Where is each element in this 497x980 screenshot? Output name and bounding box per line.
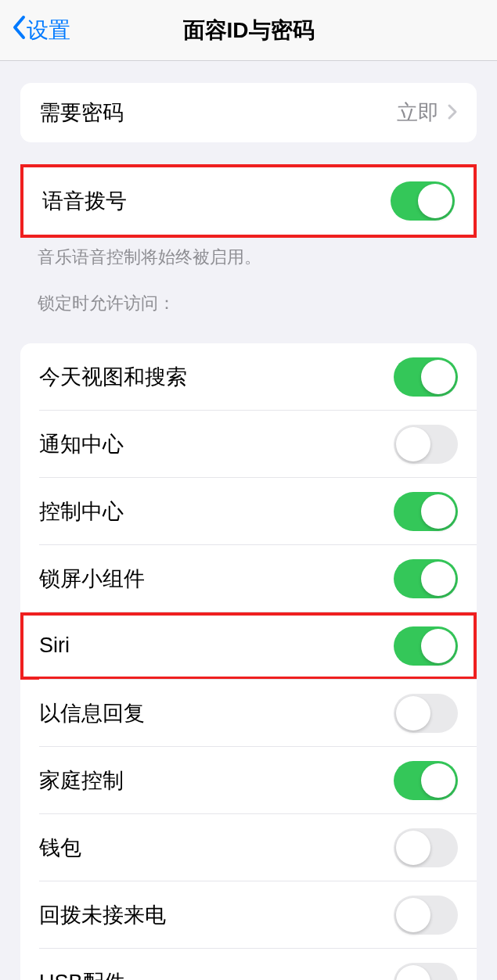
lock-access-toggle[interactable] <box>394 963 458 980</box>
nav-bar: 设置 面容ID与密码 <box>0 0 497 61</box>
lock-access-label: Siri <box>39 634 70 658</box>
lock-access-toggle[interactable] <box>394 828 458 867</box>
lock-access-cell: 控制中心 <box>20 478 477 545</box>
lock-access-group: 今天视图和搜索通知中心控制中心锁屏小组件Siri以信息回复家庭控制钱包回拨未接来… <box>20 343 477 980</box>
settings-content: 需要密码 立即 语音拨号 音乐语音控制将始终被启用。 锁定时允许访问： 今天视图… <box>0 83 497 980</box>
back-button[interactable]: 设置 <box>11 15 70 46</box>
lock-access-cell: 以信息回复 <box>20 680 477 747</box>
back-label: 设置 <box>27 16 70 45</box>
require-passcode-cell[interactable]: 需要密码 立即 <box>20 83 477 142</box>
lock-access-cell: 通知中心 <box>20 411 477 478</box>
require-passcode-value: 立即 <box>397 99 439 127</box>
lock-access-label: 今天视图和搜索 <box>39 363 187 391</box>
require-passcode-label: 需要密码 <box>39 99 124 127</box>
voice-dial-label: 语音拨号 <box>42 187 127 215</box>
lock-access-cell: 今天视图和搜索 <box>20 343 477 411</box>
lock-access-toggle[interactable] <box>394 896 458 935</box>
lock-access-label: 通知中心 <box>39 430 124 458</box>
lock-access-toggle[interactable] <box>394 761 458 800</box>
voice-dial-group: 语音拨号 <box>20 164 477 238</box>
lock-access-toggle[interactable] <box>394 357 458 397</box>
page-title: 面容ID与密码 <box>183 16 315 45</box>
lock-access-cell: USB配件 <box>20 949 477 980</box>
lock-access-label: 回拨未接来电 <box>39 901 166 929</box>
lock-access-header: 锁定时允许访问： <box>0 270 497 321</box>
lock-access-cell: Siri <box>20 612 477 680</box>
lock-access-cell: 锁屏小组件 <box>20 545 477 612</box>
lock-access-toggle[interactable] <box>394 559 458 598</box>
voice-dial-cell: 语音拨号 <box>23 167 474 235</box>
require-passcode-group: 需要密码 立即 <box>20 83 477 142</box>
lock-access-toggle[interactable] <box>394 694 458 733</box>
lock-access-toggle[interactable] <box>394 425 458 464</box>
lock-access-label: USB配件 <box>39 968 125 980</box>
lock-access-cell: 回拨未接来电 <box>20 881 477 949</box>
lock-access-label: 家庭控制 <box>39 766 124 795</box>
chevron-left-icon <box>11 15 27 46</box>
lock-access-toggle[interactable] <box>394 626 458 666</box>
lock-access-label: 控制中心 <box>39 497 124 526</box>
lock-access-label: 锁屏小组件 <box>39 565 145 593</box>
lock-access-cell: 钱包 <box>20 814 477 881</box>
voice-dial-toggle[interactable] <box>391 181 455 221</box>
lock-access-cell: 家庭控制 <box>20 747 477 814</box>
voice-dial-footer: 音乐语音控制将始终被启用。 <box>0 238 497 270</box>
lock-access-label: 钱包 <box>39 834 81 862</box>
chevron-right-icon <box>447 99 458 126</box>
lock-access-label: 以信息回复 <box>39 699 145 727</box>
lock-access-toggle[interactable] <box>394 492 458 531</box>
